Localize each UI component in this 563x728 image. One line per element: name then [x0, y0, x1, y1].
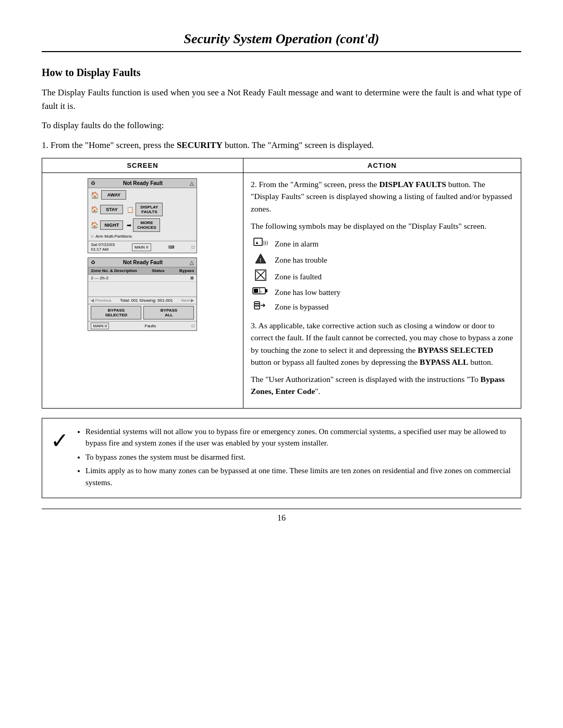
keyboard-icon: ⌨ — [168, 245, 175, 250]
symbol-trouble: ! Zone has trouble — [251, 253, 513, 267]
note-item-3: Limits apply as to how many zones can be… — [85, 465, 512, 488]
action-para-4: The "User Authorization" screen is displ… — [251, 373, 513, 398]
bypassed-label: Zone is bypassed — [275, 301, 328, 313]
checkmark-icon: ✓ — [51, 428, 69, 453]
intro-paragraph-1: The Display Faults function is used when… — [42, 86, 521, 113]
symbol-alarm: ▲ ))) Zone in alarm — [251, 237, 513, 251]
alarm-label: Zone in alarm — [275, 238, 319, 250]
screen2-recycle-icon: ♻ — [91, 260, 95, 265]
faulted-label: Zone is faulted — [275, 271, 322, 283]
screen-mockup-1: ♻ Not Ready Fault △ 🏠 AWAY — [88, 178, 197, 253]
action-para-3: 3. As applicable, take corrective action… — [251, 319, 513, 368]
bypassed-icon — [251, 301, 271, 313]
svg-text:!: ! — [260, 257, 261, 263]
svg-rect-14 — [255, 303, 259, 304]
symbol-bypassed: Zone is bypassed — [251, 301, 513, 313]
bypass-selected-button[interactable]: BYPASS SELECTED — [91, 306, 141, 319]
symbols-area: ▲ ))) Zone in alarm ! — [251, 237, 513, 313]
trouble-label: Zone has trouble — [275, 254, 327, 266]
screen2-title: Not Ready Fault — [123, 260, 163, 265]
svg-text:))): ))) — [263, 240, 268, 246]
note-list: Residential systems will not allow you t… — [76, 426, 512, 489]
doc-icon: 📋 — [127, 206, 134, 213]
col-action: ACTION — [243, 158, 521, 173]
page-title: Security System Operation (cont'd) — [42, 31, 521, 52]
svg-text:+: + — [260, 289, 262, 294]
section-heading: How to Display Faults — [42, 67, 521, 79]
screen2-arrow-icon: △ — [190, 260, 194, 265]
low-battery-label: Zone has low battery — [275, 287, 340, 299]
arm-multi-row: ○ Arm Multi-Partitions — [88, 233, 197, 240]
intro-paragraph-2: To display faults do the following: — [42, 119, 521, 132]
action-para-symbols-intro: The following symbols may be displayed o… — [251, 220, 513, 232]
stay-button[interactable]: STAY — [100, 205, 123, 214]
screen1-title: Not Ready Fault — [123, 180, 163, 186]
svg-rect-15 — [255, 305, 259, 306]
svg-rect-10 — [254, 289, 258, 293]
note-item-1: Residential systems will not allow you t… — [85, 426, 512, 449]
symbol-low-battery: + Zone has low battery — [251, 286, 513, 299]
screen1-footer: Sat 07/22/03 01:17 AM MAIN II ⌨ □ — [88, 241, 197, 253]
screen-recycle-icon: ♻ — [91, 180, 95, 186]
symbol-faulted: Zone is faulted — [251, 269, 513, 284]
content-table: SCREEN ACTION ♻ Not Ready Fault △ 🏠 — [42, 158, 521, 409]
zone-row-1: 2 — Zh-2 ⊠ — [88, 275, 197, 282]
zone-table-header: Zone No. & Description Status Bypass — [88, 267, 197, 275]
note-content: Residential systems will not allow you t… — [76, 426, 512, 491]
zone-footer-buttons: BYPASS SELECTED BYPASS ALL — [88, 304, 197, 321]
step-1-text: 1. From the "Home" screen, press the SEC… — [42, 139, 521, 152]
faulted-icon — [251, 269, 271, 284]
night-button[interactable]: NIGHT — [100, 220, 123, 230]
zone-empty-area — [88, 282, 197, 297]
house-icon-2: 🏠 — [91, 206, 99, 213]
main-button[interactable]: MAIN II — [132, 243, 151, 251]
display-faults-button[interactable]: DISPLAY FAULTS — [136, 203, 163, 216]
moon-icon: 🏠 — [91, 221, 99, 229]
action-cell: 2. From the "Arming" screen, press the D… — [243, 173, 521, 409]
corner-icon: □ — [192, 245, 194, 250]
low-battery-icon: + — [251, 286, 271, 299]
arrow-icon: ➡ — [127, 222, 131, 229]
more-choices-button[interactable]: MORE CHOICES — [133, 218, 160, 232]
screen-arrow-icon: △ — [190, 180, 194, 186]
zone-nav: ◀ Previous Total: 001 Showing: 001-001 N… — [88, 297, 197, 304]
page-number: 16 — [42, 509, 521, 523]
zone-bottom-bar: MAIN II Faults □ — [88, 321, 197, 330]
note-box: ✓ Residential systems will not allow you… — [42, 418, 521, 499]
action-para-1: 2. From the "Arming" screen, press the D… — [251, 178, 513, 215]
screen-mockup-2: ♻ Not Ready Fault △ Zone No. & Descripti… — [88, 257, 197, 331]
svg-text:▲: ▲ — [255, 240, 259, 245]
trouble-icon: ! — [251, 253, 271, 267]
svg-rect-9 — [265, 289, 267, 292]
house-icon-1: 🏠 — [91, 191, 99, 199]
screen-cell-1: ♻ Not Ready Fault △ 🏠 AWAY — [42, 173, 243, 409]
alarm-icon: ▲ ))) — [251, 237, 271, 251]
screen2-main-button[interactable]: MAIN II — [91, 323, 109, 329]
away-button[interactable]: AWAY — [101, 190, 126, 200]
bypass-all-button[interactable]: BYPASS ALL — [143, 306, 194, 319]
note-item-2: To bypass zones the system must be disar… — [85, 451, 512, 463]
screen2-corner-icon: □ — [192, 324, 194, 328]
col-screen: SCREEN — [42, 158, 243, 173]
